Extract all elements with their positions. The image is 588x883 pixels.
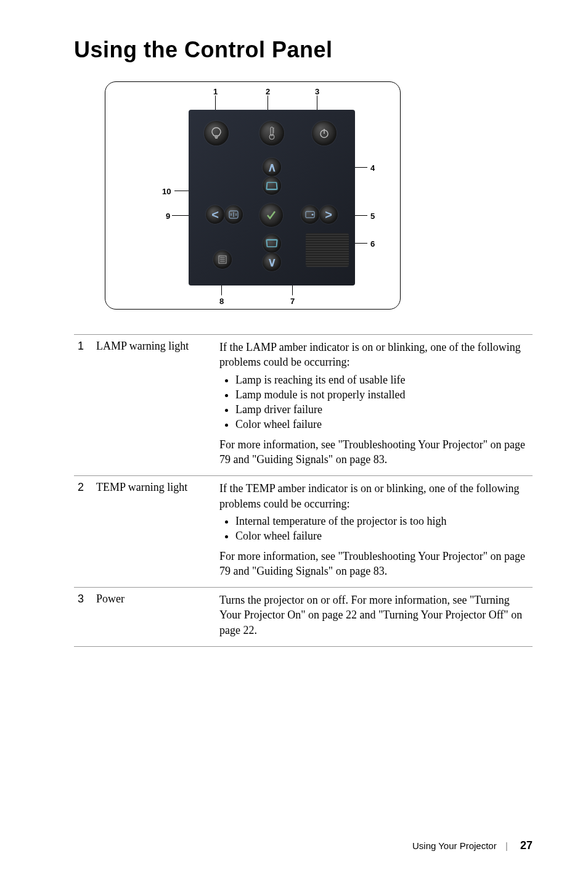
table-row: 3 Power Turns the projector on or off. F… xyxy=(74,588,533,647)
callout-7: 7 xyxy=(290,297,295,306)
row-desc: If the TEMP amber indicator is on or bli… xyxy=(216,476,533,588)
enter-icon xyxy=(259,203,283,227)
table-row: 2 TEMP warning light If the TEMP amber i… xyxy=(74,476,533,588)
callout-4: 4 xyxy=(370,163,375,173)
row-label: TEMP warning light xyxy=(92,476,216,588)
callout-5: 5 xyxy=(370,212,375,221)
footer-section: Using Your Projector xyxy=(412,840,497,851)
footer-separator: | xyxy=(505,840,508,851)
callout-6: 6 xyxy=(370,239,375,248)
callout-1: 1 xyxy=(213,87,218,96)
callout-9: 9 xyxy=(166,212,170,221)
left-arrow-icon: < xyxy=(206,205,224,224)
source-icon xyxy=(301,205,319,224)
keystone-bottom-icon xyxy=(263,234,281,253)
callout-table: 1 LAMP warning light If the LAMP amber i… xyxy=(74,334,533,647)
callout-3: 3 xyxy=(315,87,319,96)
callout-8: 8 xyxy=(219,297,224,306)
svg-point-1 xyxy=(269,134,274,139)
page-title: Using the Control Panel xyxy=(74,37,533,63)
callout-10: 10 xyxy=(162,187,171,196)
keystone-top-icon xyxy=(263,176,281,195)
right-arrow-icon: > xyxy=(319,205,338,224)
down-arrow-icon: ∨ xyxy=(263,253,281,271)
power-icon xyxy=(312,121,337,146)
row-desc: Turns the projector on or off. For more … xyxy=(216,588,533,647)
svg-point-9 xyxy=(312,214,314,216)
row-num: 2 xyxy=(74,476,92,588)
callout-2: 2 xyxy=(266,87,270,96)
temp-icon xyxy=(259,121,284,146)
up-arrow-icon: ∧ xyxy=(263,158,281,176)
row-num: 3 xyxy=(74,588,92,647)
row-desc: If the LAMP amber indicator is on or bli… xyxy=(216,335,533,476)
control-panel-diagram: 1 2 3 4 5 6 7 8 9 10 xyxy=(105,81,533,310)
page-footer: Using Your Projector | 27 xyxy=(412,839,533,852)
control-panel-graphic: ∧ < > ∨ xyxy=(189,110,355,285)
footer-page: 27 xyxy=(520,839,533,852)
auto-adjust-icon xyxy=(224,205,243,224)
row-label: Power xyxy=(92,588,216,647)
panel-texture xyxy=(306,233,349,267)
lamp-icon xyxy=(204,121,229,146)
table-row: 1 LAMP warning light If the LAMP amber i… xyxy=(74,335,533,476)
row-num: 1 xyxy=(74,335,92,476)
row-label: LAMP warning light xyxy=(92,335,216,476)
menu-icon xyxy=(213,250,232,269)
